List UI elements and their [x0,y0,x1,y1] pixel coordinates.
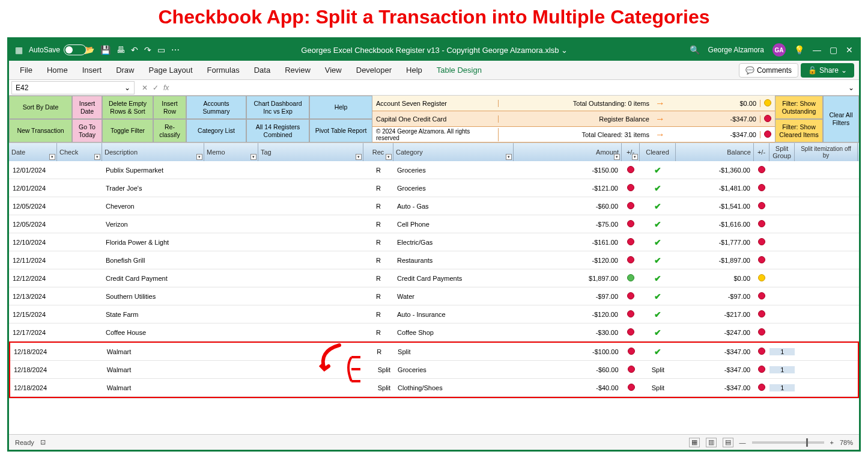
category-list-button[interactable]: Category List [186,119,246,143]
cell-split-group[interactable]: 1 [769,384,795,391]
cell-category[interactable]: Groceries [394,366,514,373]
cell-rec[interactable]: R [363,185,393,192]
cell-category[interactable]: Water [393,293,514,300]
search-icon[interactable]: 🔍 [690,45,700,55]
header-split-off[interactable]: Split itemization off by [795,143,858,161]
cell-description[interactable]: Coffee House [102,329,204,336]
cell-date[interactable]: 12/12/2024 [9,275,57,282]
cell-category[interactable]: Auto - Insurance [393,311,514,318]
new-transaction-button[interactable]: New Transaction [9,119,72,143]
header-check[interactable]: Check▾ [57,143,102,161]
cell-description[interactable]: Florida Power & Light [102,239,204,246]
cell-category[interactable]: Clothing/Shoes [394,384,514,391]
cell-rec[interactable]: R [363,275,393,282]
filter-dropdown-icon[interactable]: ▾ [506,154,512,160]
help-button[interactable]: Help [309,96,372,119]
filter-dropdown-icon[interactable]: ▾ [250,154,256,160]
accessibility-icon[interactable]: ⊡ [40,438,46,446]
cell-amount[interactable]: -$40.00 [514,384,622,391]
header-cleared[interactable]: Cleared [640,143,676,161]
minimize-icon[interactable]: — [813,45,821,55]
table-row[interactable]: 12/18/2024WalmartSplitClothing/Shoes-$40… [10,379,858,397]
cell-description[interactable]: Verizon [102,221,204,228]
table-row[interactable]: 12/12/2024Credit Card PaymentRCredit Car… [9,269,859,287]
cell-date[interactable]: 12/18/2024 [10,348,58,355]
cell-date[interactable]: 12/05/2024 [9,221,57,228]
tab-data[interactable]: Data [248,62,276,78]
zoom-out-icon[interactable]: — [739,439,746,446]
table-row[interactable]: 12/15/2024State FarmRAuto - Insurance-$1… [9,305,859,323]
cell-amount[interactable]: -$97.00 [514,293,622,300]
cell-category[interactable]: Credit Card Payments [393,275,514,282]
cell-cleared[interactable]: ✔ [640,347,676,357]
table-row[interactable]: 12/18/2024WalmartRSplit-$100.00✔-$347.00… [10,343,858,361]
cell-rec[interactable]: R [363,239,393,246]
tray-icon[interactable]: ▭ [157,45,165,55]
cell-cleared[interactable]: ✔ [640,165,676,175]
tab-draw[interactable]: Draw [110,62,140,78]
undo-icon[interactable]: ↶ [131,45,138,55]
filter-dropdown-icon[interactable]: ▾ [614,154,620,160]
cell-cleared[interactable]: ✔ [640,238,676,247]
cell-amount[interactable]: -$121.00 [514,185,622,192]
cell-amount[interactable]: -$161.00 [514,239,622,246]
cell-description[interactable]: Southern Utilities [102,293,204,300]
cell-amount[interactable]: -$60.00 [514,366,622,373]
filter-outstanding-button[interactable]: Filter: Show Outstanding [775,96,823,119]
share-button[interactable]: 🔓 Share ⌄ [801,63,854,78]
filter-dropdown-icon[interactable]: ▾ [94,154,100,160]
pivot-table-button[interactable]: Pivot Table Report [309,119,372,143]
tab-help[interactable]: Help [400,62,428,78]
header-memo[interactable]: Memo▾ [204,143,258,161]
cell-amount[interactable]: -$100.00 [514,348,622,355]
zoom-slider[interactable] [752,441,824,444]
go-to-today-button[interactable]: Go To Today [72,119,102,143]
cell-category[interactable]: Cell Phone [393,221,514,228]
expand-formula-icon[interactable]: ⌄ [843,84,859,92]
name-box[interactable]: E42 ⌄ [11,81,135,94]
cell-amount[interactable]: -$120.00 [514,311,622,318]
header-split-group[interactable]: Split Group [769,143,795,161]
cell-category[interactable]: Auto - Gas [393,203,514,210]
fx-icon[interactable]: fx [163,84,169,92]
cell-amount[interactable]: -$150.00 [514,167,622,174]
cell-description[interactable]: Cheveron [102,203,204,210]
save-icon[interactable]: 💾 [100,45,111,55]
header-rec[interactable]: Rec▾ [363,143,393,161]
table-row[interactable]: 12/18/2024WalmartSplitGroceries-$60.00Sp… [10,361,858,379]
header-category[interactable]: Category▾ [393,143,514,161]
tab-file[interactable]: File [14,62,38,78]
tab-review[interactable]: Review [279,62,317,78]
header-pm[interactable]: +/-▾ [622,143,640,161]
header-balance[interactable]: Balance [676,143,754,161]
cell-description[interactable]: Credit Card Payment [102,275,204,282]
cell-amount[interactable]: -$75.00 [514,221,622,228]
cell-amount[interactable]: -$30.00 [514,329,622,336]
header-pm2[interactable]: +/- [754,143,769,161]
autosave-toggle[interactable]: AutoSave Off [29,44,78,55]
table-row[interactable]: 12/05/2024CheveronRAuto - Gas-$60.00✔-$1… [9,197,859,215]
accounts-summary-button[interactable]: Accounts Summary [186,96,246,119]
cell-date[interactable]: 12/13/2024 [9,293,57,300]
cell-date[interactable]: 12/11/2024 [9,257,57,264]
table-row[interactable]: 12/17/2024Coffee HouseRCoffee Shop-$30.0… [9,323,859,342]
cell-category[interactable]: Split [394,348,514,355]
view-page-icon[interactable]: ▥ [706,438,717,447]
table-row[interactable]: 12/01/2024Publix SupermarketRGroceries-$… [9,161,859,179]
comments-button[interactable]: 💬 Comments [739,63,798,78]
cell-description[interactable]: Walmart [103,348,205,355]
lightbulb-icon[interactable]: 💡 [794,45,804,55]
cell-cleared[interactable]: ✔ [640,219,676,229]
filter-dropdown-icon[interactable]: ▾ [386,154,392,160]
filter-dropdown-icon[interactable]: ▾ [49,154,55,160]
cell-date[interactable]: 12/10/2024 [9,239,57,246]
cell-rec[interactable]: Split [364,366,394,373]
all-registers-button[interactable]: All 14 Registers Combined [246,119,309,143]
cell-cleared[interactable]: ✔ [640,201,676,211]
cell-cleared[interactable]: Split [640,366,676,373]
tab-pagelayout[interactable]: Page Layout [143,62,199,78]
cell-rec[interactable]: R [364,348,394,355]
chevron-down-icon[interactable]: ⌄ [124,84,130,92]
cell-amount[interactable]: -$120.00 [514,257,622,264]
cell-rec[interactable]: R [363,257,393,264]
